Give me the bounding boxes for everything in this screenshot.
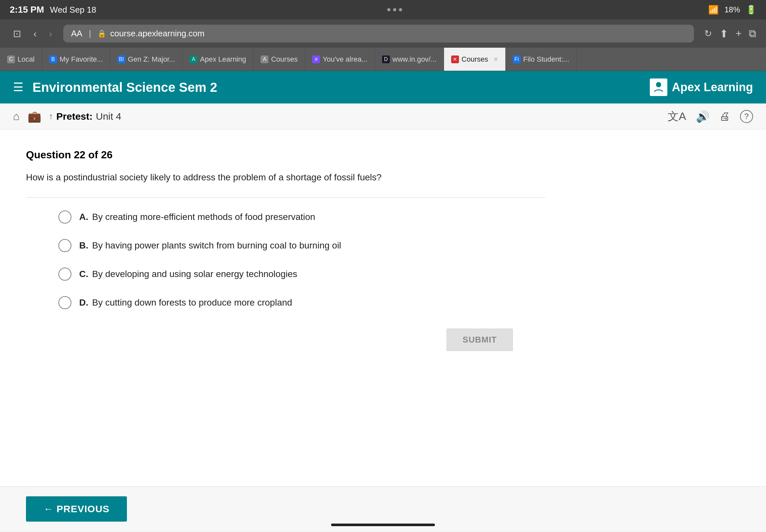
hamburger-menu-icon[interactable]: ☰ — [13, 80, 23, 94]
aa-label[interactable]: AA — [71, 29, 82, 39]
tab-ingov-label: www.in.gov/... — [393, 55, 437, 64]
battery-level: 18% — [724, 5, 740, 14]
browser-chrome: ⊡ ‹ › AA | 🔒 course.apexlearning.com ↻ ⬆… — [0, 19, 766, 48]
pretest-label: ↑ Pretest: Unit 4 — [49, 111, 121, 122]
tab-filo[interactable]: Fi Filo Student:... — [506, 48, 577, 71]
tab-genz[interactable]: BI Gen Z: Major... — [110, 48, 183, 71]
answer-content-d: By cutting down forests to produce more … — [92, 297, 292, 308]
submit-area: SUBMIT — [26, 329, 545, 351]
dot2 — [393, 8, 396, 11]
tab-courses1-label: Courses — [271, 55, 298, 64]
dot1 — [387, 8, 391, 11]
tab-filo-favicon: Fi — [513, 55, 521, 63]
submit-button[interactable]: SUBMIT — [447, 329, 513, 351]
tab-youve-label: You've alrea... — [322, 55, 367, 64]
home-indicator — [331, 524, 435, 526]
answer-text-a: A. By creating more-efficient methods of… — [79, 212, 315, 222]
tab-courses2[interactable]: ✕ Courses ✕ — [444, 48, 506, 71]
question-text: How is a postindustrial society likely t… — [26, 171, 545, 184]
print-icon[interactable]: 🖨 — [719, 110, 730, 123]
answer-letter-d: D. — [79, 297, 88, 308]
tab-genz-favicon: BI — [117, 55, 125, 63]
tab-favorites[interactable]: B My Favorite... — [42, 48, 110, 71]
battery-icon: 🔋 — [746, 5, 756, 15]
tab-local[interactable]: C Local — [0, 48, 42, 71]
answer-text-b: B. By having power plants switch from bu… — [79, 240, 341, 251]
option-b[interactable]: B. By having power plants switch from bu… — [58, 239, 740, 252]
briefcase-icon[interactable]: 💼 — [28, 110, 41, 123]
status-date: Wed Sep 18 — [50, 5, 96, 15]
answer-content-c: By developing and using solar energy tec… — [92, 269, 297, 279]
tab-courses1-favicon: A — [261, 55, 268, 63]
address-bar[interactable]: AA | 🔒 course.apexlearning.com — [63, 25, 694, 42]
app-header: ☰ Environmental Science Sem 2 Apex Learn… — [0, 71, 766, 103]
apex-logo-icon — [650, 79, 667, 96]
tab-ingov[interactable]: D www.in.gov/... — [375, 48, 444, 71]
tab-filo-label: Filo Student:... — [523, 55, 569, 64]
radio-d[interactable] — [58, 296, 71, 309]
pretest-title-text: Pretest: — [56, 111, 93, 122]
pretest-unit-text: Unit 4 — [96, 111, 121, 122]
tab-courses1[interactable]: A Courses — [253, 48, 305, 71]
translate-icon[interactable]: 文A — [668, 109, 686, 124]
answer-text-d: D. By cutting down forests to produce mo… — [79, 297, 292, 308]
tab-genz-label: Gen Z: Major... — [128, 55, 175, 64]
tabs-button[interactable]: ⧉ — [749, 28, 756, 40]
tab-apex-label: Apex Learning — [200, 55, 246, 64]
help-icon[interactable]: ? — [740, 110, 753, 123]
option-a[interactable]: A. By creating more-efficient methods of… — [58, 211, 740, 224]
tab-apex-favicon: A — [189, 55, 197, 63]
browser-controls: ⊡ ‹ › — [10, 26, 55, 41]
previous-button[interactable]: ← PREVIOUS — [26, 496, 127, 522]
tab-local-label: Local — [18, 55, 35, 64]
answer-options: A. By creating more-efficient methods of… — [26, 211, 740, 309]
app-header-left: ☰ Environmental Science Sem 2 — [13, 80, 217, 95]
tab-ingov-favicon: D — [382, 55, 390, 63]
sub-header-left: ⌂ 💼 ↑ Pretest: Unit 4 — [13, 110, 121, 123]
browser-actions: ⬆ + ⧉ — [720, 28, 756, 40]
tab-apex[interactable]: A Apex Learning — [182, 48, 253, 71]
tab-favorites-label: My Favorite... — [60, 55, 103, 64]
dot3 — [399, 8, 402, 11]
speaker-icon[interactable]: 🔊 — [696, 110, 710, 123]
up-arrow-icon: ↑ — [49, 111, 53, 121]
tab-youve-favicon: ≡ — [312, 55, 320, 63]
status-time: 2:15 PM — [10, 5, 44, 15]
status-bar: 2:15 PM Wed Sep 18 📶 18% 🔋 — [0, 0, 766, 19]
back-button[interactable]: ‹ — [30, 26, 40, 41]
forward-button[interactable]: › — [46, 26, 55, 41]
app-title: Environmental Science Sem 2 — [32, 80, 217, 95]
apex-logo: Apex Learning — [650, 79, 753, 96]
answer-letter-c: C. — [79, 269, 88, 279]
question-number: Question 22 of 26 — [26, 149, 740, 161]
answer-text-c: C. By developing and using solar energy … — [79, 269, 297, 279]
tab-local-favicon: C — [7, 55, 15, 63]
sub-header: ⌂ 💼 ↑ Pretest: Unit 4 文A 🔊 🖨 ? — [0, 103, 766, 129]
sub-header-right: 文A 🔊 🖨 ? — [668, 109, 753, 124]
option-d[interactable]: D. By cutting down forests to produce mo… — [58, 296, 740, 309]
apex-logo-text: Apex Learning — [672, 80, 753, 94]
tab-courses2-favicon: ✕ — [451, 55, 459, 63]
wifi-icon: 📶 — [708, 5, 719, 15]
lock-icon: 🔒 — [97, 30, 106, 38]
question-divider — [26, 197, 545, 198]
tab-courses2-close[interactable]: ✕ — [493, 56, 498, 63]
sidebar-toggle-button[interactable]: ⊡ — [10, 26, 24, 41]
answer-letter-b: B. — [79, 240, 88, 250]
tab-youve[interactable]: ≡ You've alrea... — [305, 48, 375, 71]
share-button[interactable]: ⬆ — [720, 28, 728, 40]
answer-content-a: By creating more-efficient methods of fo… — [92, 212, 315, 222]
tab-favorites-favicon: B — [49, 55, 57, 63]
svg-point-0 — [656, 82, 661, 87]
new-tab-button[interactable]: + — [736, 28, 742, 40]
answer-letter-a: A. — [79, 212, 88, 222]
answer-content-b: By having power plants switch from burni… — [92, 240, 341, 250]
radio-a[interactable] — [58, 211, 71, 224]
radio-c[interactable] — [58, 268, 71, 281]
option-c[interactable]: C. By developing and using solar energy … — [58, 268, 740, 281]
url-text: course.apexlearning.com — [110, 29, 204, 39]
reload-button[interactable]: ↻ — [704, 28, 712, 39]
home-icon[interactable]: ⌂ — [13, 110, 20, 123]
radio-b[interactable] — [58, 239, 71, 252]
main-content: Question 22 of 26 How is a postindustria… — [0, 129, 766, 486]
